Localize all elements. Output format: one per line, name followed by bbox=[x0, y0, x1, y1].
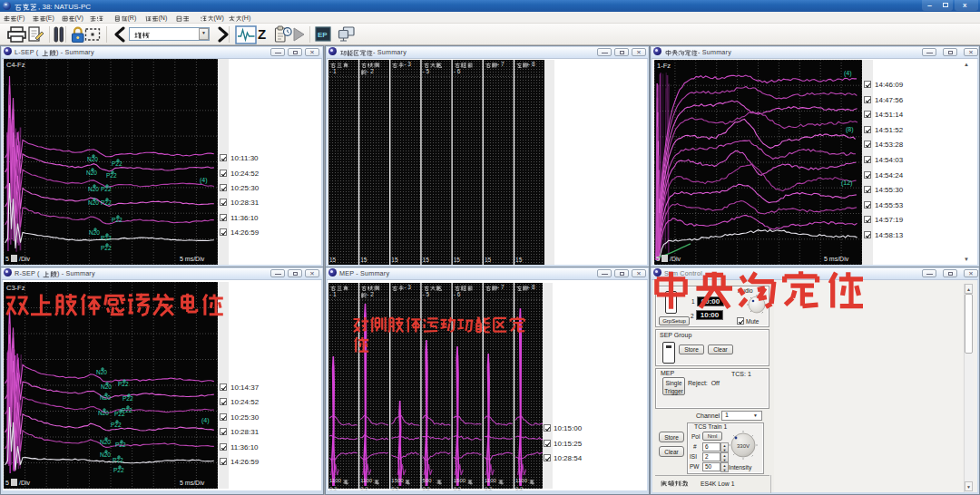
svg-text:P22: P22 bbox=[115, 442, 126, 448]
svg-text:P22: P22 bbox=[114, 411, 125, 417]
svg-text:N20: N20 bbox=[88, 186, 99, 192]
svg-text:5: 5 bbox=[5, 256, 9, 262]
svg-text:(4): (4) bbox=[200, 177, 208, 184]
svg-text:N20: N20 bbox=[100, 439, 111, 445]
svg-text:5 ms/Div: 5 ms/Div bbox=[824, 256, 849, 262]
svg-text:N20: N20 bbox=[88, 199, 99, 206]
svg-text:N20: N20 bbox=[101, 383, 112, 390]
svg-text:P22: P22 bbox=[112, 160, 122, 167]
svg-text:/Div: /Div bbox=[19, 480, 31, 486]
svg-text:/Div: /Div bbox=[670, 256, 681, 262]
svg-text:C3-Fz: C3-Fz bbox=[6, 284, 25, 292]
svg-text:1-Fz: 1-Fz bbox=[657, 62, 671, 70]
svg-text:EP: EP bbox=[318, 31, 328, 39]
svg-text:N20: N20 bbox=[96, 369, 107, 375]
svg-text:P22: P22 bbox=[106, 172, 117, 179]
svg-text:(4): (4) bbox=[844, 70, 852, 77]
svg-text:P22: P22 bbox=[101, 199, 112, 206]
svg-text:P22: P22 bbox=[101, 235, 112, 241]
svg-text:5 ms/Div: 5 ms/Div bbox=[180, 480, 205, 486]
svg-text:P22: P22 bbox=[118, 381, 129, 387]
svg-text:N20: N20 bbox=[87, 156, 98, 162]
svg-text:5 ms/Div: 5 ms/Div bbox=[180, 256, 205, 262]
svg-text:P22: P22 bbox=[101, 186, 112, 192]
svg-text:5: 5 bbox=[5, 480, 9, 486]
svg-text:N20: N20 bbox=[89, 229, 100, 236]
svg-text:N20: N20 bbox=[100, 451, 111, 458]
svg-text:P22: P22 bbox=[113, 467, 124, 473]
svg-text:P22: P22 bbox=[111, 422, 122, 428]
svg-text:(8): (8) bbox=[846, 126, 854, 133]
svg-text:P22: P22 bbox=[113, 457, 123, 463]
svg-text:(4): (4) bbox=[201, 417, 210, 424]
svg-text:C4-Fz: C4-Fz bbox=[6, 61, 25, 69]
svg-text:P22: P22 bbox=[112, 217, 122, 223]
svg-text:/Div: /Div bbox=[19, 256, 31, 262]
svg-text:N20: N20 bbox=[98, 410, 109, 416]
svg-text:5: 5 bbox=[656, 256, 660, 262]
svg-text:N20: N20 bbox=[86, 170, 97, 176]
svg-text:N20: N20 bbox=[100, 394, 111, 401]
svg-text:P22: P22 bbox=[101, 245, 112, 251]
svg-text:330V: 330V bbox=[737, 443, 750, 449]
svg-text:P22: P22 bbox=[122, 395, 133, 402]
svg-text:(12): (12) bbox=[841, 180, 852, 187]
